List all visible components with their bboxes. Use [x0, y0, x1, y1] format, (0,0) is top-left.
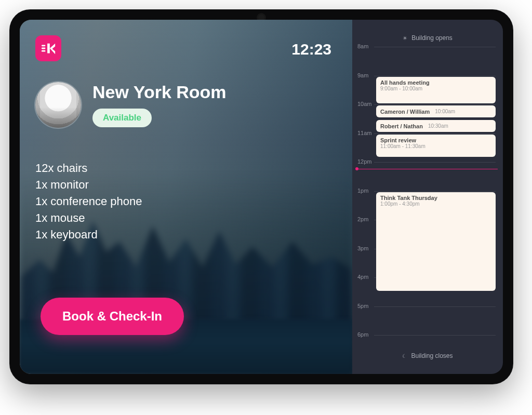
hour-label: 3pm: [357, 245, 368, 251]
hour-line: [374, 133, 496, 134]
event-time: 10:30am: [428, 123, 448, 129]
clock: 12:23: [291, 41, 331, 58]
calendar-event[interactable]: Cameron / William10:00am: [376, 105, 496, 117]
hour-line: [374, 76, 496, 76]
main-panel: 12:23 New York Room Available 12x chairs…: [20, 20, 352, 374]
hour-label: 1pm: [357, 188, 368, 194]
screen: 12:23 New York Room Available 12x chairs…: [20, 20, 503, 374]
status-badge: Available: [92, 109, 152, 127]
hour-label: 9am: [357, 72, 368, 78]
hour-label: 10am: [357, 101, 372, 107]
hour-line: [374, 191, 496, 192]
hour-label: 4pm: [357, 274, 368, 280]
room-title: New York Room: [92, 82, 227, 102]
calendar-event[interactable]: Robert / Nathan10:30am: [376, 120, 496, 132]
hour-label: 2pm: [357, 216, 368, 222]
hour-row: 5pm: [352, 306, 503, 307]
hour-row: 11am: [352, 133, 503, 134]
calendar-event[interactable]: Sprint review11:00am - 11:30am: [376, 135, 496, 157]
hour-row: 12pm: [352, 162, 503, 163]
room-header-text: New York Room Available: [92, 82, 227, 127]
hour-row: 9am: [352, 76, 503, 76]
calendar-event[interactable]: All hands meeting9:00am - 10:00am: [376, 77, 496, 104]
event-title: Robert / Nathan: [380, 123, 423, 129]
room-photo: [35, 82, 81, 128]
event-title: Think Tank Thursday: [380, 195, 491, 201]
book-checkin-button[interactable]: Book & Check-In: [41, 298, 184, 335]
building-opens-marker: ☀ Building opens: [352, 34, 503, 42]
hour-line: [374, 306, 496, 307]
amenities-list: 12x chairs1x monitor1x conference phone1…: [35, 160, 142, 243]
event-title: Cameron / William: [380, 109, 430, 115]
hour-line: [374, 104, 496, 105]
hour-row: 8am: [352, 47, 503, 47]
amenity-item: 1x mouse: [35, 210, 142, 226]
hour-label: 6pm: [357, 331, 368, 338]
timeline-sidebar[interactable]: ☀ Building opens 8am9am10am11am12pm1pm2p…: [352, 20, 503, 374]
event-time: 11:00am - 11:30am: [380, 143, 491, 149]
hour-label: 8am: [357, 43, 368, 49]
svg-rect-0: [42, 45, 46, 46]
svg-rect-1: [42, 48, 46, 49]
calendar-event[interactable]: Think Tank Thursday1:00pm - 4:30pm: [376, 192, 496, 291]
building-opens-label: Building opens: [411, 34, 453, 42]
hour-row: 6pm: [352, 335, 503, 336]
event-time: 9:00am - 10:00am: [380, 86, 491, 91]
moon-icon: ☾: [402, 353, 407, 359]
building-closes-marker: ☾ Building closes: [352, 352, 503, 359]
timeline: 8am9am10am11am12pm1pm2pm3pm4pm5pm6pmAll …: [352, 47, 503, 346]
hour-label: 11am: [357, 130, 372, 136]
room-header: New York Room Available: [35, 82, 227, 128]
svg-rect-2: [42, 50, 46, 52]
hour-row: 10am: [352, 104, 503, 105]
hour-line: [374, 335, 496, 336]
amenity-item: 1x conference phone: [35, 193, 142, 210]
sun-icon: ☀: [403, 35, 407, 41]
event-title: All hands meeting: [380, 79, 491, 86]
amenity-item: 12x chairs: [35, 160, 142, 177]
event-time: 10:00am: [435, 109, 455, 114]
hour-label: 12pm: [357, 158, 372, 165]
hour-line: [374, 47, 496, 47]
hour-line: [374, 162, 496, 163]
tablet-frame: 12:23 New York Room Available 12x chairs…: [9, 9, 513, 384]
hour-row: 1pm: [352, 191, 503, 192]
app-logo[interactable]: [35, 35, 61, 61]
event-time: 1:00pm - 4:30pm: [380, 201, 491, 207]
building-closes-label: Building closes: [411, 352, 453, 359]
amenity-item: 1x keyboard: [35, 226, 142, 243]
hour-label: 5pm: [357, 303, 368, 309]
event-title: Sprint review: [380, 137, 491, 143]
amenity-item: 1x monitor: [35, 177, 142, 193]
logo-icon: [41, 41, 56, 56]
